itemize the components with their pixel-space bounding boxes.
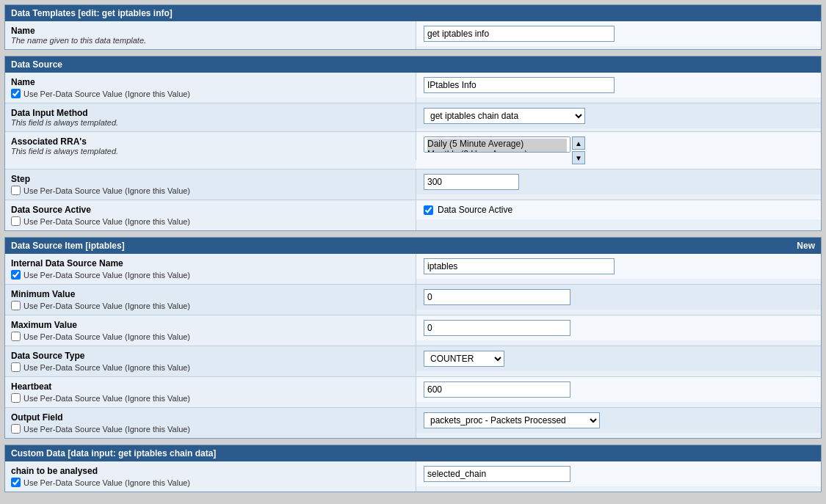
value-col-output-field: packets_proc - Packets Processed — [416, 408, 821, 433]
section-header-custom-data: Custom Data [data input: get iptables ch… — [5, 445, 821, 461]
value-col-rras: Daily (5 Minute Average) Monthly (2 Hour… — [416, 132, 821, 169]
label-col-output-field: Output Field Use Per-Data Source Value (… — [5, 408, 416, 438]
row-internal-ds-name: Internal Data Source Name Use Per-Data S… — [5, 254, 821, 285]
label-step: Step — [11, 174, 410, 184]
label-ids-name: Internal Data Source Name — [11, 258, 410, 269]
template-name-input[interactable] — [424, 26, 615, 42]
label-max-value: Maximum Value — [11, 320, 410, 330]
label-col-dim: Data Input Method This field is always t… — [5, 103, 416, 131]
row-rras: Associated RRA's This field is always te… — [5, 132, 821, 169]
label-template-name: Name — [11, 26, 410, 36]
label-col-step: Step Use Per-Data Source Value (Ignore t… — [5, 169, 416, 200]
rra-multiselect[interactable]: Daily (5 Minute Average) Monthly (2 Hour… — [424, 136, 570, 153]
step-input[interactable] — [424, 174, 519, 190]
checkbox-step[interactable] — [11, 186, 21, 195]
label-col-max-value: Maximum Value Use Per-Data Source Value … — [5, 315, 416, 346]
checkbox-label-min-value: Use Per-Data Source Value (Ignore this V… — [11, 301, 410, 310]
checkbox-max-value[interactable] — [11, 332, 21, 341]
row-ds-type: Data Source Type Use Per-Data Source Val… — [5, 346, 821, 377]
checkbox-text-ids-name: Use Per-Data Source Value (Ignore this V… — [23, 271, 190, 280]
rra-scroll-up[interactable]: ▲ — [572, 136, 585, 150]
value-col-dim: get iptables chain data — [416, 103, 821, 128]
checkbox-label-max-value: Use Per-Data Source Value (Ignore this V… — [11, 332, 410, 341]
section-data-templates: Data Templates [edit: get iptables info]… — [4, 4, 822, 50]
checkbox-ds-active[interactable] — [11, 216, 21, 226]
section-title-custom-data: Custom Data [data input: get iptables ch… — [11, 448, 216, 459]
checkbox-label-chain: Use Per-Data Source Value (Ignore this V… — [11, 478, 410, 487]
checkbox-text-output-field: Use Per-Data Source Value (Ignore this V… — [23, 425, 190, 434]
checkbox-label-ds-active: Use Per-Data Source Value (Ignore this V… — [11, 216, 410, 226]
row-ds-name: Name Use Per-Data Source Value (Ignore t… — [5, 73, 821, 103]
checkbox-ids-name[interactable] — [11, 270, 21, 280]
row-output-field: Output Field Use Per-Data Source Value (… — [5, 408, 821, 438]
new-link-dsi[interactable]: New — [797, 241, 815, 251]
value-col-ds-name — [416, 73, 821, 98]
checkbox-ds-type[interactable] — [11, 362, 21, 372]
section-data-source-item: Data Source Item [iptables] New Internal… — [4, 237, 822, 439]
label-min-value: Minimum Value — [11, 289, 410, 299]
rra-scroll-btns: ▲ ▼ — [572, 136, 585, 164]
checkbox-text-heartbeat: Use Per-Data Source Value (Ignore this V… — [23, 394, 190, 403]
value-col-heartbeat — [416, 377, 821, 402]
checkbox-label-step: Use Per-Data Source Value (Ignore this V… — [11, 186, 410, 195]
checkbox-label-ids-name: Use Per-Data Source Value (Ignore this V… — [11, 270, 410, 280]
section-title-dsi: Data Source Item [iptables] — [11, 241, 125, 251]
checkbox-text-chain: Use Per-Data Source Value (Ignore this V… — [23, 478, 190, 487]
chain-input[interactable] — [424, 466, 570, 482]
row-data-input-method: Data Input Method This field is always t… — [5, 103, 821, 132]
ds-active-wrapper: Data Source Active — [424, 205, 512, 215]
section-data-source: Data Source Name Use Per-Data Source Val… — [4, 56, 822, 231]
checkbox-label-ds-type: Use Per-Data Source Value (Ignore this V… — [11, 362, 410, 372]
label-col-ds-name: Name Use Per-Data Source Value (Ignore t… — [5, 73, 416, 103]
heartbeat-input[interactable] — [424, 381, 570, 398]
label-ds-name: Name — [11, 77, 410, 87]
row-step: Step Use Per-Data Source Value (Ignore t… — [5, 169, 821, 200]
section-header-data-templates: Data Templates [edit: get iptables info] — [5, 5, 821, 21]
counter-wrapper: COUNTER GAUGE DERIVE ABSOLUTE — [424, 351, 504, 367]
label-rras: Associated RRA's — [11, 136, 410, 147]
value-col-ds-type: COUNTER GAUGE DERIVE ABSOLUTE — [416, 346, 821, 371]
label-ds-type: Data Source Type — [11, 351, 410, 361]
checkbox-ds-name[interactable] — [11, 89, 21, 98]
label-col-ids-name: Internal Data Source Name Use Per-Data S… — [5, 254, 416, 284]
min-value-input[interactable] — [424, 289, 570, 305]
ds-type-select[interactable]: COUNTER GAUGE DERIVE ABSOLUTE — [424, 351, 504, 367]
checkbox-label-heartbeat: Use Per-Data Source Value (Ignore this V… — [11, 393, 410, 403]
ds-active-checkbox[interactable] — [424, 205, 433, 215]
section-body-data-source: Name Use Per-Data Source Value (Ignore t… — [5, 73, 821, 230]
rra-wrapper: Daily (5 Minute Average) Monthly (2 Hour… — [424, 136, 585, 164]
checkbox-chain[interactable] — [11, 478, 21, 487]
value-col-template-name — [416, 21, 821, 46]
label-col-template-name: Name The name given to this data templat… — [5, 21, 416, 49]
output-field-select[interactable]: packets_proc - Packets Processed — [424, 412, 600, 428]
ds-name-input[interactable] — [424, 77, 615, 93]
label-col-min-value: Minimum Value Use Per-Data Source Value … — [5, 285, 416, 315]
page-wrapper: Data Templates [edit: get iptables info]… — [0, 0, 826, 504]
row-chain: chain to be analysed Use Per-Data Source… — [5, 461, 821, 492]
section-body-custom-data: chain to be analysed Use Per-Data Source… — [5, 461, 821, 492]
rra-scroll-down[interactable]: ▼ — [572, 151, 585, 164]
label-chain: chain to be analysed — [11, 466, 410, 476]
section-title-data-source: Data Source — [11, 59, 62, 70]
label-col-heartbeat: Heartbeat Use Per-Data Source Value (Ign… — [5, 377, 416, 407]
max-value-input[interactable] — [424, 320, 570, 336]
value-col-chain — [416, 461, 821, 486]
checkbox-output-field[interactable] — [11, 424, 21, 434]
checkbox-min-value[interactable] — [11, 301, 21, 310]
value-col-ds-active: Data Source Active — [416, 200, 821, 219]
label-col-ds-type: Data Source Type Use Per-Data Source Val… — [5, 346, 416, 376]
label-col-chain: chain to be analysed Use Per-Data Source… — [5, 461, 416, 492]
dim-select[interactable]: get iptables chain data — [424, 108, 585, 124]
row-ds-active: Data Source Active Use Per-Data Source V… — [5, 200, 821, 230]
row-template-name: Name The name given to this data templat… — [5, 21, 821, 49]
section-header-data-source: Data Source — [5, 56, 821, 73]
label-ds-active: Data Source Active — [11, 205, 410, 215]
checkbox-text-ds-name: Use Per-Data Source Value (Ignore this V… — [23, 90, 190, 98]
checkbox-text-ds-type: Use Per-Data Source Value (Ignore this V… — [23, 363, 190, 372]
row-heartbeat: Heartbeat Use Per-Data Source Value (Ign… — [5, 377, 821, 408]
ids-name-input[interactable] — [424, 258, 615, 274]
value-col-ids-name — [416, 254, 821, 279]
checkbox-heartbeat[interactable] — [11, 393, 21, 403]
desc-template-name: The name given to this data template. — [11, 36, 410, 45]
section-body-data-templates: Name The name given to this data templat… — [5, 21, 821, 49]
